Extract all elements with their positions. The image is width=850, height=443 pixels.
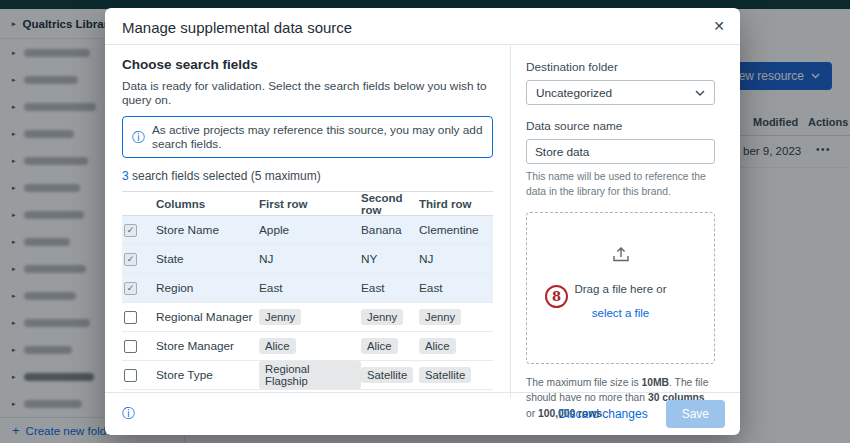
- search-fields-pane: Choose search fields Data is ready for v…: [105, 45, 510, 392]
- field-name: Store Name: [156, 223, 259, 237]
- first-row-value: Alice: [259, 338, 361, 354]
- column-header-first-row: First row: [259, 198, 361, 210]
- third-row-value: East: [419, 281, 493, 295]
- table-row: Regional Manager Jenny Jenny Jenny: [122, 303, 493, 332]
- app-window: XM ▸ Qualtrics Library ▸▸▸▸▸▸▸▸▸▸▸▸▸▸ + …: [0, 0, 850, 443]
- drag-file-text: Drag a file here or: [574, 283, 666, 295]
- value-chip: Jenny: [361, 309, 403, 325]
- row-checkbox[interactable]: [124, 340, 137, 353]
- third-row-value: Clementine: [419, 223, 493, 237]
- info-icon: ⓘ: [132, 131, 145, 144]
- limits-text: The maximum file size is: [526, 377, 642, 388]
- modal-header: Manage supplemental data source ✕: [105, 8, 740, 45]
- value-chip: Alice: [361, 338, 398, 354]
- second-row-value: Jenny: [361, 309, 419, 325]
- second-row-value: Alice: [361, 338, 419, 354]
- first-row-value: Jenny: [259, 309, 361, 325]
- second-row-value: East: [361, 281, 419, 295]
- table-row: ✓ State NJ NY NJ: [122, 245, 493, 274]
- table-header-row: Columns First row Second row Third row: [122, 191, 493, 216]
- close-icon[interactable]: ✕: [713, 18, 725, 34]
- third-row-value: Satellite: [419, 367, 493, 383]
- search-fields-table: Columns First row Second row Third row ✓…: [122, 191, 493, 390]
- first-row-value: East: [259, 281, 361, 295]
- third-row-value: NJ: [419, 252, 493, 266]
- field-name: Store Manager: [156, 339, 259, 353]
- field-name: State: [156, 252, 259, 266]
- field-name: Region: [156, 281, 259, 295]
- data-source-name-help: This name will be used to reference the …: [526, 170, 715, 200]
- table-row: Store Manager Alice Alice Alice: [122, 332, 493, 361]
- save-button[interactable]: Save: [666, 400, 725, 428]
- destination-folder-select[interactable]: Uncategorized: [526, 80, 715, 105]
- column-header-columns: Columns: [156, 198, 259, 210]
- field-name: Store Type: [156, 368, 259, 382]
- third-row-value: Alice: [419, 338, 493, 354]
- first-row-value: Apple: [259, 223, 361, 237]
- selection-summary: 3 search fields selected (5 maximum): [122, 169, 493, 183]
- first-row-value: Regional Flagship: [259, 361, 361, 389]
- second-row-value: Satellite: [361, 367, 419, 383]
- info-icon: ⓘ: [122, 405, 135, 423]
- row-checkbox[interactable]: ✓: [124, 224, 137, 237]
- discard-changes-link[interactable]: Discard changes: [558, 407, 647, 421]
- value-chip: Jenny: [259, 309, 301, 325]
- first-row-value: NJ: [259, 252, 361, 266]
- value-chip: Satellite: [361, 367, 413, 383]
- second-row-value: Banana: [361, 223, 419, 237]
- field-name: Regional Manager: [156, 310, 259, 324]
- value-chip: Regional Flagship: [259, 361, 361, 389]
- table-row: ✓ Store Name Apple Banana Clementine: [122, 216, 493, 245]
- select-a-file-link[interactable]: select a file: [592, 307, 650, 319]
- row-checkbox[interactable]: ✓: [124, 282, 137, 295]
- modal-footer: ⓘ Discard changes Save: [105, 392, 740, 435]
- check-icon: ✓: [127, 255, 135, 264]
- annotation-badge-8: 8: [545, 285, 568, 308]
- check-icon: ✓: [127, 226, 135, 235]
- value-chip: Alice: [419, 338, 456, 354]
- row-checkbox[interactable]: ✓: [124, 253, 137, 266]
- data-source-name-label: Data source name: [526, 119, 715, 133]
- active-projects-notice: ⓘ As active projects may reference this …: [122, 116, 493, 158]
- column-header-second-row: Second row: [361, 192, 419, 216]
- value-chip: Alice: [259, 338, 296, 354]
- notice-text: As active projects may reference this so…: [152, 123, 483, 151]
- value-chip: Satellite: [419, 367, 471, 383]
- upload-icon: [610, 245, 632, 263]
- data-source-name-input[interactable]: [526, 139, 715, 164]
- value-chip: Jenny: [419, 309, 461, 325]
- row-checkbox[interactable]: [124, 369, 137, 382]
- manage-supplemental-data-source-modal: Manage supplemental data source ✕ Choose…: [105, 8, 740, 435]
- data-source-settings-pane: Destination folder Uncategorized Data so…: [510, 45, 740, 398]
- choose-search-fields-heading: Choose search fields: [122, 57, 493, 72]
- selection-summary-text: search fields selected (5 maximum): [129, 169, 321, 183]
- destination-folder-label: Destination folder: [526, 60, 715, 74]
- second-row-value: NY: [361, 252, 419, 266]
- column-header-third-row: Third row: [419, 198, 493, 210]
- destination-folder-value: Uncategorized: [536, 86, 612, 100]
- selected-count: 3: [122, 169, 129, 183]
- limits-bold: 10MB: [642, 377, 669, 388]
- check-icon: ✓: [127, 284, 135, 293]
- chevron-down-icon: [695, 90, 705, 96]
- table-row: Store Type Regional Flagship Satellite S…: [122, 361, 493, 390]
- file-dropzone[interactable]: Drag a file here or select a file 8: [526, 212, 715, 364]
- third-row-value: Jenny: [419, 309, 493, 325]
- modal-title: Manage supplemental data source: [122, 19, 352, 36]
- modal-body: Choose search fields Data is ready for v…: [105, 45, 740, 392]
- table-row: ✓ Region East East East: [122, 274, 493, 303]
- row-checkbox[interactable]: [124, 311, 137, 324]
- search-fields-description: Data is ready for validation. Select the…: [122, 79, 493, 107]
